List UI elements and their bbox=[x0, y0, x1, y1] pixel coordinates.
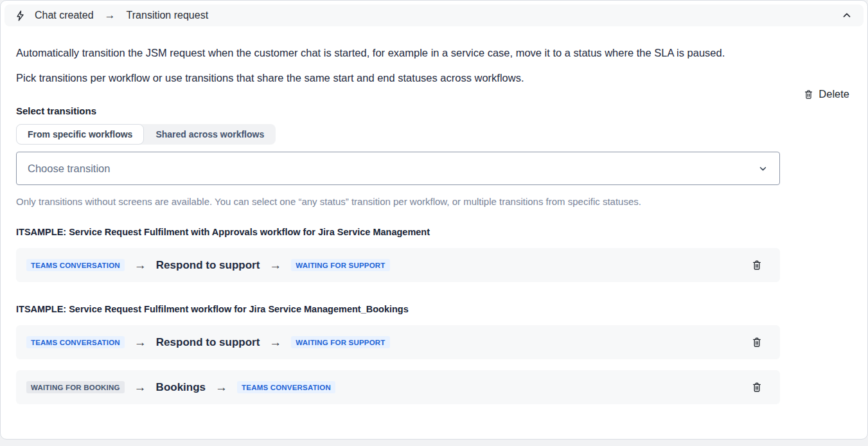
dropdown-helper-text: Only transitions without screens are ava… bbox=[16, 196, 780, 207]
trash-icon bbox=[751, 381, 763, 393]
transition-row: WAITING FOR BOOKING→Bookings→TEAMS CONVE… bbox=[16, 370, 780, 404]
status-badge-from: WAITING FOR BOOKING bbox=[26, 381, 125, 393]
delete-transition-button[interactable] bbox=[749, 257, 765, 273]
arrow: → bbox=[269, 258, 281, 272]
header-arrow: → bbox=[105, 9, 116, 22]
choose-transition-dropdown[interactable]: Choose transition bbox=[16, 152, 780, 185]
select-transitions-heading: Select transitions bbox=[16, 105, 849, 116]
arrow: → bbox=[269, 335, 281, 350]
transition-row: TEAMS CONVERSATION→Respond to support→WA… bbox=[16, 325, 780, 359]
collapse-button[interactable] bbox=[840, 8, 854, 22]
delete-transition-button[interactable] bbox=[749, 334, 765, 350]
arrow: → bbox=[215, 380, 227, 395]
arrow: → bbox=[134, 380, 146, 395]
transition-row: TEAMS CONVERSATION→Respond to support→WA… bbox=[16, 248, 780, 282]
automation-bolt-icon bbox=[14, 10, 26, 22]
rule-description-2: Pick transitions per workflow or use tra… bbox=[16, 69, 777, 87]
chevron-up-icon bbox=[841, 10, 853, 21]
transition-name: Respond to support bbox=[156, 336, 260, 349]
delete-rule-button[interactable]: Delete bbox=[803, 87, 849, 102]
transition-mode-tabs: From specific workflows Shared across wo… bbox=[16, 124, 276, 145]
arrow: → bbox=[134, 335, 146, 350]
trigger-name: Chat created bbox=[35, 10, 94, 21]
rule-header[interactable]: Chat created → Transition request bbox=[4, 4, 864, 26]
trash-icon bbox=[751, 259, 763, 271]
status-badge-to: TEAMS CONVERSATION bbox=[237, 381, 335, 393]
workflow-heading: ITSAMPLE: Service Request Fulfilment wor… bbox=[16, 304, 849, 314]
tab-shared-across-workflows[interactable]: Shared across workflows bbox=[144, 124, 276, 145]
chevron-down-icon bbox=[757, 163, 768, 174]
arrow: → bbox=[134, 258, 146, 272]
trash-icon bbox=[751, 336, 763, 348]
delete-rule-label: Delete bbox=[819, 88, 849, 100]
status-badge-to: WAITING FOR SUPPORT bbox=[291, 259, 389, 271]
transition-name: Respond to support bbox=[156, 259, 260, 272]
rule-description: Automatically transition the JSM request… bbox=[16, 44, 777, 62]
dropdown-placeholder: Choose transition bbox=[28, 163, 110, 175]
status-badge-to: WAITING FOR SUPPORT bbox=[291, 336, 389, 348]
status-badge-from: TEAMS CONVERSATION bbox=[26, 259, 125, 271]
workflows-section: ITSAMPLE: Service Request Fulfilment wit… bbox=[16, 227, 849, 424]
rule-config-panel: Chat created → Transition request Delete… bbox=[0, 0, 868, 440]
tab-from-specific-workflows[interactable]: From specific workflows bbox=[16, 124, 144, 145]
delete-transition-button[interactable] bbox=[749, 379, 765, 395]
trash-icon bbox=[803, 89, 814, 100]
workflow-heading: ITSAMPLE: Service Request Fulfilment wit… bbox=[16, 227, 849, 237]
action-name: Transition request bbox=[127, 10, 208, 21]
transition-name: Bookings bbox=[156, 381, 206, 394]
status-badge-from: TEAMS CONVERSATION bbox=[26, 336, 125, 348]
